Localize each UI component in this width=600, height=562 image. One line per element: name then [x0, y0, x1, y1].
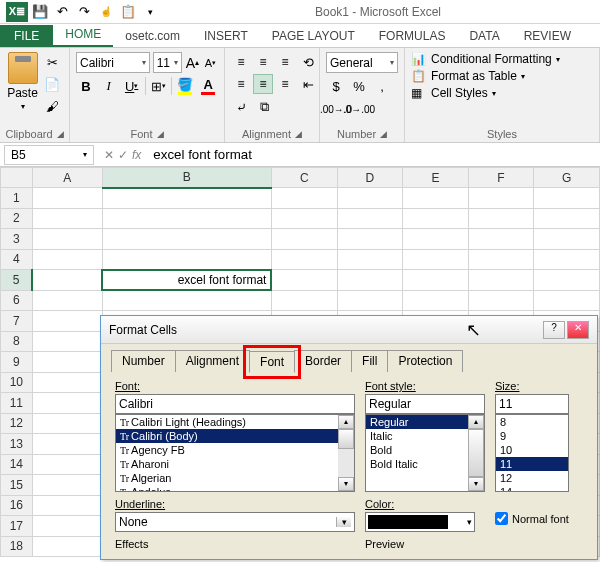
cell[interactable]: [271, 270, 337, 291]
list-item[interactable]: Bold Italic: [366, 457, 468, 471]
list-item[interactable]: TrAgency FB: [116, 443, 338, 457]
cell[interactable]: [534, 270, 600, 291]
enter-formula-button[interactable]: ✓: [118, 148, 128, 162]
clipboard-dialog-launcher[interactable]: ◢: [57, 129, 64, 139]
cell[interactable]: [468, 188, 534, 209]
tab-home[interactable]: HOME: [53, 23, 113, 47]
number-dialog-launcher[interactable]: ◢: [380, 129, 387, 139]
cell[interactable]: [403, 290, 469, 311]
font-color-button[interactable]: A: [198, 76, 218, 96]
format-painter-button[interactable]: 🖌: [41, 96, 63, 116]
list-item[interactable]: TrCalibri Light (Headings): [116, 415, 338, 429]
dialog-tab-number[interactable]: Number: [111, 350, 176, 372]
cell[interactable]: [534, 290, 600, 311]
cell[interactable]: [468, 229, 534, 250]
size-list[interactable]: 8 9 10 11 12 14: [495, 414, 569, 492]
cell[interactable]: [337, 229, 403, 250]
font-size-combo[interactable]: 11▾: [153, 52, 182, 73]
orientation-button[interactable]: ⟲: [298, 52, 318, 72]
cancel-formula-button[interactable]: ✕: [104, 148, 114, 162]
comma-format-button[interactable]: ,: [372, 76, 392, 96]
column-header-c[interactable]: C: [271, 168, 337, 188]
cell[interactable]: [403, 188, 469, 209]
underline-button[interactable]: U ▾: [122, 76, 142, 96]
copy-button[interactable]: 📄: [41, 74, 63, 94]
dialog-tab-border[interactable]: Border: [294, 350, 352, 372]
list-item[interactable]: TrAharoni: [116, 457, 338, 471]
borders-button[interactable]: ⊞▾: [149, 76, 169, 96]
row-header[interactable]: 17: [1, 516, 33, 537]
row-header[interactable]: 11: [1, 393, 33, 414]
font-style-list[interactable]: Regular Italic Bold Bold Italic ▴▾: [365, 414, 485, 492]
list-item[interactable]: 8: [496, 415, 568, 429]
cell[interactable]: [32, 188, 102, 209]
dialog-titlebar[interactable]: Format Cells ↖ ? ✕: [101, 316, 597, 344]
tab-review[interactable]: REVIEW: [512, 25, 583, 47]
tab-page-layout[interactable]: PAGE LAYOUT: [260, 25, 367, 47]
tab-formulas[interactable]: FORMULAS: [367, 25, 458, 47]
cell[interactable]: [337, 290, 403, 311]
cell[interactable]: [32, 311, 102, 332]
list-item[interactable]: 11: [496, 457, 568, 471]
list-item[interactable]: Italic: [366, 429, 468, 443]
row-header[interactable]: 2: [1, 208, 33, 229]
cell[interactable]: [468, 249, 534, 270]
normal-font-checkbox-input[interactable]: [495, 512, 508, 525]
indent-decrease-button[interactable]: ⇤: [298, 74, 318, 94]
cell[interactable]: [32, 434, 102, 455]
cell[interactable]: [32, 454, 102, 475]
row-header[interactable]: 8: [1, 331, 33, 352]
paste-button[interactable]: Paste ▾: [6, 52, 39, 128]
formula-input[interactable]: [147, 145, 600, 164]
normal-font-checkbox[interactable]: Normal font: [495, 512, 569, 525]
cell[interactable]: [32, 270, 102, 291]
cell[interactable]: [32, 413, 102, 434]
color-combo[interactable]: ▾: [365, 512, 475, 532]
font-name-input[interactable]: [115, 394, 355, 414]
cell[interactable]: [534, 188, 600, 209]
dialog-close-button[interactable]: ✕: [567, 321, 589, 339]
undo-icon[interactable]: ↶: [52, 2, 72, 22]
cell[interactable]: [468, 270, 534, 291]
merge-center-button[interactable]: ⧉: [254, 97, 274, 117]
select-all-button[interactable]: [1, 168, 33, 188]
row-header[interactable]: 13: [1, 434, 33, 455]
redo-icon[interactable]: ↷: [74, 2, 94, 22]
tab-data[interactable]: DATA: [457, 25, 511, 47]
format-as-table-button[interactable]: 📋Format as Table ▾: [411, 69, 593, 83]
cell-b5[interactable]: excel font format: [102, 270, 271, 291]
row-header[interactable]: 12: [1, 413, 33, 434]
cell[interactable]: [271, 208, 337, 229]
decrease-decimal-button[interactable]: .0→.00: [349, 99, 369, 119]
cell[interactable]: [468, 208, 534, 229]
row-header[interactable]: 7: [1, 311, 33, 332]
scroll-up-button[interactable]: ▴: [338, 415, 354, 429]
italic-button[interactable]: I: [99, 76, 119, 96]
cell[interactable]: [102, 229, 271, 250]
list-item[interactable]: 9: [496, 429, 568, 443]
alignment-dialog-launcher[interactable]: ◢: [295, 129, 302, 139]
font-size-input[interactable]: [495, 394, 569, 414]
conditional-formatting-button[interactable]: 📊Conditional Formatting ▾: [411, 52, 593, 66]
align-right-button[interactable]: ≡: [275, 74, 295, 94]
column-header-f[interactable]: F: [468, 168, 534, 188]
column-header-e[interactable]: E: [403, 168, 469, 188]
scroll-down-button[interactable]: ▾: [338, 477, 354, 491]
cell[interactable]: [403, 249, 469, 270]
font-name-combo[interactable]: Calibri▾: [76, 52, 150, 73]
font-list[interactable]: TrCalibri Light (Headings) TrCalibri (Bo…: [115, 414, 355, 492]
column-header-g[interactable]: G: [534, 168, 600, 188]
cell[interactable]: [337, 249, 403, 270]
bold-button[interactable]: B: [76, 76, 96, 96]
scrollbar[interactable]: ▴▾: [338, 415, 354, 491]
font-dialog-launcher[interactable]: ◢: [157, 129, 164, 139]
shrink-font-button[interactable]: A▾: [203, 53, 218, 73]
cell[interactable]: [32, 331, 102, 352]
cell[interactable]: [271, 249, 337, 270]
grow-font-button[interactable]: A▴: [185, 53, 200, 73]
row-header[interactable]: 15: [1, 475, 33, 496]
cell[interactable]: [534, 229, 600, 250]
cell[interactable]: [271, 290, 337, 311]
fill-color-button[interactable]: 🪣: [175, 76, 195, 96]
cell[interactable]: [534, 249, 600, 270]
